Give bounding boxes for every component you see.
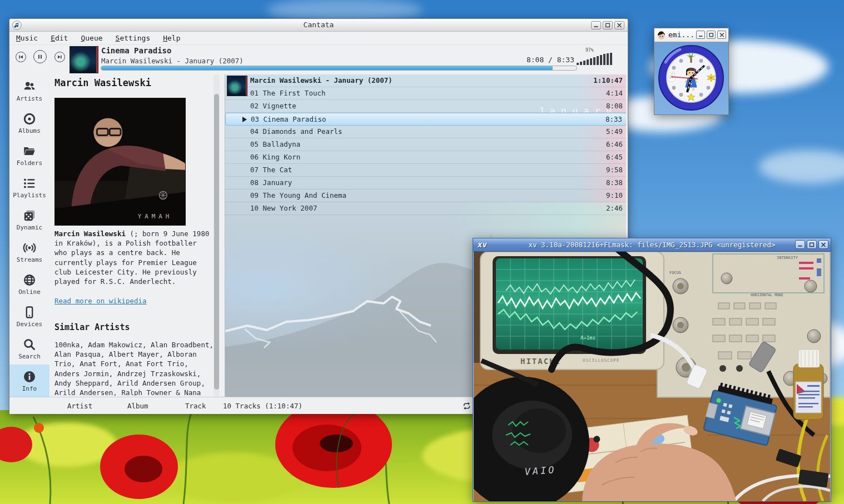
artist-bio-name: Marcin Wasilewski — [54, 229, 126, 238]
close-button[interactable] — [818, 240, 828, 249]
similar-artists-heading: Similar Artists — [54, 322, 130, 332]
sidebar-item-playlists[interactable]: Playlists — [9, 171, 49, 203]
queue-track-row[interactable]: 09 The Young And Cinema 9:10 — [225, 189, 626, 202]
minimize-button[interactable] — [696, 31, 705, 39]
now-playing-cover-art — [69, 46, 98, 73]
maximize-button[interactable] — [807, 240, 817, 249]
group-tab-artist[interactable]: Artist — [67, 402, 92, 410]
sidebar: Artists Albums Folders Playlists Dynamic… — [9, 74, 49, 397]
svg-text:FOCUS: FOCUS — [669, 271, 681, 275]
sidebar-item-albums[interactable]: Albums — [9, 107, 49, 139]
menu-queue[interactable]: Queue — [81, 34, 102, 42]
svg-text:INTENSITY: INTENSITY — [777, 256, 798, 260]
track-time: 8:08 / 8:33 — [527, 56, 574, 64]
volume-control[interactable]: 97% — [577, 48, 622, 65]
menu-music[interactable]: Music — [16, 34, 38, 42]
devices-icon — [22, 305, 37, 320]
anime-analog-clock — [654, 42, 728, 114]
streams-icon — [22, 241, 37, 255]
xv-window-title: xv 3.10a-20081216+FLmask: files/IMG_2513… — [473, 241, 831, 249]
oscilloscope-photo: INTENSITY HORIZONTAL MODE FOCUS — [474, 252, 830, 501]
menubar: Music Edit Queue Settings Help — [9, 32, 628, 45]
sidebar-item-search[interactable]: Search — [9, 332, 49, 365]
menu-settings[interactable]: Settings — [116, 34, 151, 42]
clock-app-icon — [657, 31, 666, 40]
similar-artists-list: 100nka, Adam Makowicz, Alan Broadbent, A… — [54, 340, 216, 396]
clock-titlebar[interactable]: emi... — [654, 28, 728, 42]
svg-text:OSCILLOSCOPE: OSCILLOSCOPE — [583, 358, 619, 363]
svg-text:HORIZONTAL MODE: HORIZONTAL MODE — [751, 293, 783, 297]
cantata-window-title: Cantata — [9, 21, 628, 29]
svg-text:YAMAH: YAMAH — [138, 213, 173, 220]
seek-bar[interactable] — [101, 66, 577, 71]
player-header: Cinema Paradiso Marcin Wasilewski - Janu… — [9, 45, 628, 74]
sidebar-item-info[interactable]: Info — [9, 365, 49, 397]
artist-info-pane: Marcin Wasilewski YAMAH Marci — [49, 74, 223, 397]
artist-name: Marcin Wasilewski — [54, 77, 151, 88]
queue-track-row-current[interactable]: 03 Cinema Paradiso 8:33 — [225, 113, 626, 126]
playlists-icon — [22, 176, 37, 191]
previous-icon — [18, 54, 24, 60]
wikipedia-link[interactable]: Read more on wikipedia — [54, 297, 147, 305]
menu-help[interactable]: Help — [163, 34, 180, 42]
queue-track-row[interactable]: 02 Vignette 8:08 — [225, 100, 626, 113]
sidebar-item-devices[interactable]: Devices — [9, 300, 49, 332]
queue-album-art — [227, 76, 247, 96]
close-button[interactable] — [717, 31, 726, 39]
svg-text:VAIO: VAIO — [524, 464, 557, 477]
album-group-title: Marcin Wasilewski - January (2007) — [250, 76, 393, 84]
close-button[interactable] — [614, 21, 624, 29]
sidebar-item-streams[interactable]: Streams — [9, 236, 49, 268]
volume-percent: 97% — [585, 48, 593, 53]
dynamic-icon — [22, 208, 37, 223]
queue-track-row[interactable]: 01 The First Touch 4:14 — [225, 87, 626, 100]
sidebar-item-dynamic[interactable]: Dynamic — [9, 203, 49, 236]
online-icon — [22, 273, 37, 287]
xv-viewer-window: xv xv 3.10a-20081216+FLmask: files/IMG_2… — [473, 238, 831, 502]
artist-photo: YAMAH — [54, 98, 186, 226]
desktop: Cantata Music Edit Queue Settings Help — [0, 0, 844, 504]
albums-icon — [22, 112, 37, 126]
artists-icon — [22, 79, 37, 94]
pause-button[interactable] — [33, 50, 47, 63]
seek-bar-fill — [101, 66, 553, 70]
now-playing-marker-icon — [242, 117, 247, 122]
clock-window-title: emi... — [668, 31, 694, 39]
menu-edit[interactable]: Edit — [51, 34, 68, 42]
xv-titlebar[interactable]: xv xv 3.10a-20081216+FLmask: files/IMG_2… — [473, 238, 831, 252]
album-group-header[interactable]: Marcin Wasilewski - January (2007) 1:10:… — [225, 74, 626, 87]
xv-image-area[interactable]: INTENSITY HORIZONTAL MODE FOCUS — [474, 252, 830, 501]
pause-icon — [37, 53, 43, 60]
queue-track-row[interactable]: 10 New York 2007 2:46 — [225, 202, 626, 215]
minimize-button[interactable] — [795, 240, 805, 249]
queue-status-text: 10 Tracks (1:10:47) — [223, 402, 302, 410]
search-icon — [22, 337, 37, 352]
maximize-button[interactable] — [603, 21, 613, 29]
maximize-button[interactable] — [707, 31, 716, 39]
sidebar-item-folders[interactable]: Folders — [9, 139, 49, 171]
queue-track-row[interactable]: 05 Balladyna 6:46 — [225, 138, 626, 151]
repeat-icon[interactable] — [462, 401, 471, 411]
now-playing-title: Cinema Paradiso — [101, 46, 171, 55]
minimize-button[interactable] — [591, 21, 601, 29]
clock-widget-window: emi... — [654, 28, 729, 115]
now-playing-subtitle: Marcin Wasilewski - January (2007) — [101, 57, 244, 65]
queue-track-row[interactable]: 06 King Korn 6:45 — [225, 151, 626, 164]
volume-bars-icon — [577, 53, 612, 65]
cantata-titlebar[interactable]: Cantata — [9, 19, 628, 32]
next-icon — [57, 54, 63, 60]
sidebar-item-artists[interactable]: Artists — [9, 74, 49, 107]
group-tab-album[interactable]: Album — [127, 402, 148, 410]
group-tab-track[interactable]: Track — [185, 402, 206, 410]
album-group-duration: 1:10:47 — [593, 76, 623, 84]
sidebar-item-online[interactable]: Online — [9, 268, 49, 300]
folders-icon — [22, 144, 37, 158]
previous-button[interactable] — [16, 52, 26, 62]
queue-track-row[interactable]: 08 January 8:38 — [225, 177, 626, 189]
queue-track-row[interactable]: 04 Diamonds and Pearls 5:49 — [225, 126, 626, 138]
info-icon — [22, 370, 37, 384]
svg-text:A=1ms: A=1ms — [580, 335, 595, 341]
next-button[interactable] — [54, 52, 65, 62]
artist-bio: Marcin Wasilewski (; born 9 June 1980 in… — [54, 229, 212, 286]
queue-track-row[interactable]: 07 The Cat 9:58 — [225, 164, 626, 177]
